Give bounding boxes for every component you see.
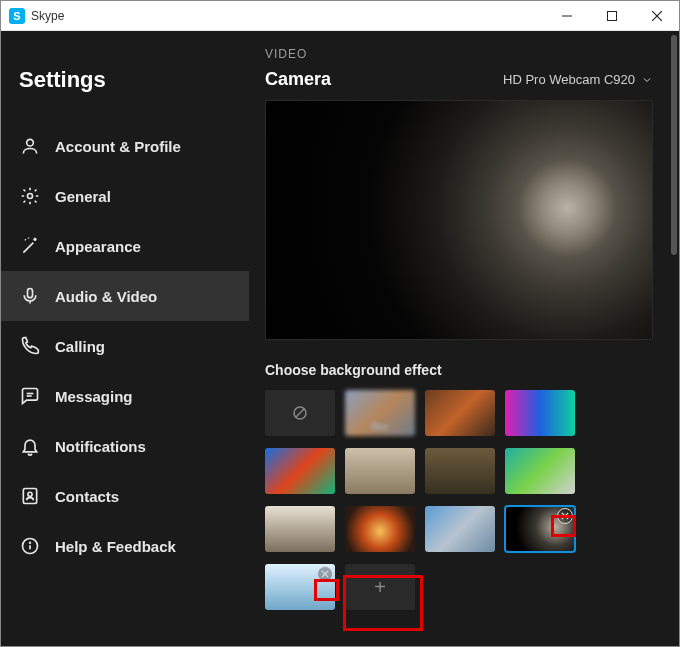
svg-point-13: [30, 542, 31, 543]
background-tile-custom[interactable]: [505, 506, 575, 552]
main-scrollbar[interactable]: [669, 31, 679, 646]
main-panel: VIDEO Camera HD Pro Webcam C920 Choose b…: [249, 31, 679, 646]
sidebar-item-general[interactable]: General: [1, 171, 249, 221]
svg-rect-6: [28, 289, 33, 298]
sidebar-item-notifications[interactable]: Notifications: [1, 421, 249, 471]
sidebar-item-label: Notifications: [55, 438, 146, 455]
background-tile-image[interactable]: [505, 390, 575, 436]
sidebar-item-audio-video[interactable]: Audio & Video: [1, 271, 249, 321]
none-icon: [291, 404, 309, 422]
choose-background-label: Choose background effect: [265, 362, 653, 378]
background-tile-image[interactable]: [345, 448, 415, 494]
background-tile-custom[interactable]: [265, 564, 335, 610]
phone-icon: [19, 335, 41, 357]
svg-line-15: [296, 409, 305, 418]
background-tile-image[interactable]: [265, 506, 335, 552]
svg-point-5: [28, 194, 33, 199]
chat-icon: [19, 385, 41, 407]
camera-heading: Camera: [265, 69, 331, 90]
sidebar-item-help-feedback[interactable]: Help & Feedback: [1, 521, 249, 571]
svg-point-10: [28, 492, 32, 496]
sidebar-item-contacts[interactable]: Contacts: [1, 471, 249, 521]
background-tile-image[interactable]: [425, 448, 495, 494]
background-effect-grid: Blur: [265, 390, 653, 610]
sidebar-item-label: Contacts: [55, 488, 119, 505]
background-tile-image[interactable]: [425, 390, 495, 436]
contacts-icon: [19, 485, 41, 507]
wand-icon: [19, 235, 41, 257]
camera-selected-value: HD Pro Webcam C920: [503, 72, 635, 87]
window-minimize-button[interactable]: [544, 1, 589, 31]
camera-select[interactable]: HD Pro Webcam C920: [503, 72, 653, 87]
sidebar-item-account-profile[interactable]: Account & Profile: [1, 121, 249, 171]
background-tile-image[interactable]: [265, 448, 335, 494]
sidebar-item-label: Messaging: [55, 388, 133, 405]
bell-icon: [19, 435, 41, 457]
svg-point-4: [27, 139, 34, 146]
sidebar-item-label: Help & Feedback: [55, 538, 176, 555]
titlebar: S Skype: [1, 1, 679, 31]
background-tile-blur[interactable]: Blur: [345, 390, 415, 436]
chevron-down-icon: [641, 74, 653, 86]
window-title: Skype: [31, 9, 64, 23]
sidebar-item-appearance[interactable]: Appearance: [1, 221, 249, 271]
background-tile-image[interactable]: [505, 448, 575, 494]
sidebar-item-label: Appearance: [55, 238, 141, 255]
camera-preview: [265, 100, 653, 340]
sidebar-item-label: Account & Profile: [55, 138, 181, 155]
sidebar-item-messaging[interactable]: Messaging: [1, 371, 249, 421]
remove-custom-bg-button[interactable]: [557, 508, 573, 524]
background-tile-image[interactable]: [425, 506, 495, 552]
background-tile-image[interactable]: [345, 506, 415, 552]
person-icon: [19, 135, 41, 157]
skype-logo-icon: S: [9, 8, 25, 24]
sidebar-item-label: General: [55, 188, 111, 205]
sidebar-item-calling[interactable]: Calling: [1, 321, 249, 371]
info-icon: [19, 535, 41, 557]
background-tile-add[interactable]: +: [345, 564, 415, 610]
sidebar-item-label: Audio & Video: [55, 288, 157, 305]
microphone-icon: [19, 285, 41, 307]
sidebar-item-label: Calling: [55, 338, 105, 355]
background-tile-none[interactable]: [265, 390, 335, 436]
blur-label: Blur: [345, 421, 415, 432]
window-maximize-button[interactable]: [589, 1, 634, 31]
svg-rect-1: [607, 11, 616, 20]
window-close-button[interactable]: [634, 1, 679, 31]
plus-icon: +: [374, 576, 386, 599]
gear-icon: [19, 185, 41, 207]
video-section-label: VIDEO: [265, 47, 653, 61]
remove-custom-bg-button[interactable]: [317, 566, 333, 582]
scrollbar-thumb[interactable]: [671, 35, 677, 255]
settings-sidebar: Settings Account & Profile General Appea…: [1, 31, 249, 646]
settings-title: Settings: [1, 51, 249, 121]
